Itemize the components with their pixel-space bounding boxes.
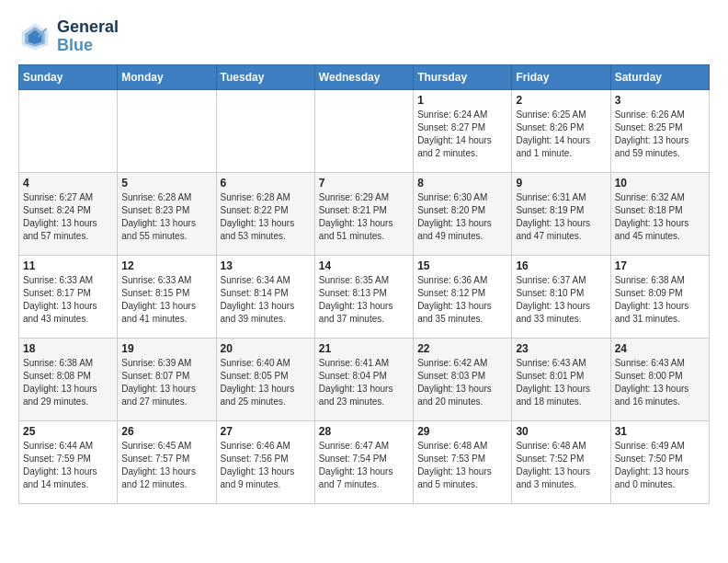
calendar-cell: 10Sunrise: 6:32 AMSunset: 8:18 PMDayligh…: [610, 172, 709, 255]
calendar-cell: 4Sunrise: 6:27 AMSunset: 8:24 PMDaylight…: [19, 172, 118, 255]
day-detail: Sunrise: 6:28 AMSunset: 8:23 PMDaylight:…: [121, 191, 211, 243]
day-number: 17: [615, 259, 705, 272]
day-number: 11: [23, 259, 113, 272]
day-detail: Sunrise: 6:38 AMSunset: 8:09 PMDaylight:…: [615, 274, 705, 326]
calendar-cell: 29Sunrise: 6:48 AMSunset: 7:53 PMDayligh…: [414, 420, 512, 503]
day-detail: Sunrise: 6:30 AMSunset: 8:20 PMDaylight:…: [417, 191, 507, 243]
calendar-cell: 25Sunrise: 6:44 AMSunset: 7:59 PMDayligh…: [19, 420, 118, 503]
day-number: 28: [319, 425, 409, 438]
calendar-cell: 5Sunrise: 6:28 AMSunset: 8:23 PMDaylight…: [118, 172, 216, 255]
day-detail: Sunrise: 6:34 AMSunset: 8:14 PMDaylight:…: [221, 274, 311, 326]
calendar-cell: 13Sunrise: 6:34 AMSunset: 8:14 PMDayligh…: [216, 255, 314, 338]
calendar-cell: 3Sunrise: 6:26 AMSunset: 8:25 PMDaylight…: [610, 89, 709, 172]
day-detail: Sunrise: 6:42 AMSunset: 8:03 PMDaylight:…: [417, 357, 507, 408]
calendar-cell: 12Sunrise: 6:33 AMSunset: 8:15 PMDayligh…: [118, 255, 216, 338]
day-number: 9: [516, 177, 606, 190]
weekday-header: Thursday: [414, 64, 512, 89]
day-detail: Sunrise: 6:29 AMSunset: 8:21 PMDaylight:…: [319, 191, 409, 243]
calendar-cell: 23Sunrise: 6:43 AMSunset: 8:01 PMDayligh…: [512, 338, 610, 420]
weekday-header: Saturday: [610, 64, 709, 89]
day-detail: Sunrise: 6:35 AMSunset: 8:13 PMDaylight:…: [319, 274, 409, 326]
day-number: 2: [516, 94, 606, 107]
calendar-cell: 22Sunrise: 6:42 AMSunset: 8:03 PMDayligh…: [414, 338, 512, 420]
day-detail: Sunrise: 6:49 AMSunset: 7:50 PMDaylight:…: [615, 440, 705, 491]
day-number: 5: [121, 177, 211, 190]
day-number: 18: [23, 342, 113, 355]
calendar-cell: 17Sunrise: 6:38 AMSunset: 8:09 PMDayligh…: [610, 255, 709, 338]
calendar-cell: 14Sunrise: 6:35 AMSunset: 8:13 PMDayligh…: [314, 255, 413, 338]
calendar-cell: 26Sunrise: 6:45 AMSunset: 7:57 PMDayligh…: [118, 420, 216, 503]
day-detail: Sunrise: 6:39 AMSunset: 8:07 PMDaylight:…: [121, 357, 211, 408]
day-number: 14: [319, 259, 409, 272]
day-detail: Sunrise: 6:48 AMSunset: 7:52 PMDaylight:…: [516, 440, 606, 491]
calendar-cell: 24Sunrise: 6:43 AMSunset: 8:00 PMDayligh…: [610, 338, 709, 420]
day-detail: Sunrise: 6:45 AMSunset: 7:57 PMDaylight:…: [121, 440, 211, 491]
day-number: 27: [221, 425, 311, 438]
calendar-cell: 21Sunrise: 6:41 AMSunset: 8:04 PMDayligh…: [314, 338, 413, 420]
weekday-header: Wednesday: [314, 64, 413, 89]
day-number: 24: [615, 342, 705, 355]
calendar-cell: [118, 89, 216, 172]
day-detail: Sunrise: 6:41 AMSunset: 8:04 PMDaylight:…: [319, 357, 409, 408]
day-number: 26: [121, 425, 211, 438]
calendar-cell: 27Sunrise: 6:46 AMSunset: 7:56 PMDayligh…: [216, 420, 314, 503]
day-detail: Sunrise: 6:43 AMSunset: 8:01 PMDaylight:…: [516, 357, 606, 408]
calendar-cell: 2Sunrise: 6:25 AMSunset: 8:26 PMDaylight…: [512, 89, 610, 172]
calendar-cell: 19Sunrise: 6:39 AMSunset: 8:07 PMDayligh…: [118, 338, 216, 420]
day-detail: Sunrise: 6:40 AMSunset: 8:05 PMDaylight:…: [221, 357, 311, 408]
day-number: 29: [417, 425, 507, 438]
day-number: 31: [615, 425, 705, 438]
weekday-header: Monday: [118, 64, 216, 89]
logo: General Blue: [18, 18, 119, 55]
day-detail: Sunrise: 6:28 AMSunset: 8:22 PMDaylight:…: [221, 191, 311, 243]
day-detail: Sunrise: 6:47 AMSunset: 7:54 PMDaylight:…: [319, 440, 409, 491]
day-number: 10: [615, 177, 705, 190]
day-number: 4: [23, 177, 113, 190]
logo-text: General Blue: [57, 18, 119, 55]
day-detail: Sunrise: 6:38 AMSunset: 8:08 PMDaylight:…: [23, 357, 113, 408]
calendar-cell: [216, 89, 314, 172]
day-number: 8: [417, 177, 507, 190]
day-detail: Sunrise: 6:32 AMSunset: 8:18 PMDaylight:…: [615, 191, 705, 243]
day-detail: Sunrise: 6:33 AMSunset: 8:15 PMDaylight:…: [121, 274, 211, 326]
page-header: General Blue: [18, 18, 710, 55]
calendar-cell: 8Sunrise: 6:30 AMSunset: 8:20 PMDaylight…: [414, 172, 512, 255]
calendar-cell: 31Sunrise: 6:49 AMSunset: 7:50 PMDayligh…: [610, 420, 709, 503]
calendar-cell: 9Sunrise: 6:31 AMSunset: 8:19 PMDaylight…: [512, 172, 610, 255]
day-number: 12: [121, 259, 211, 272]
day-detail: Sunrise: 6:31 AMSunset: 8:19 PMDaylight:…: [516, 191, 606, 243]
day-detail: Sunrise: 6:46 AMSunset: 7:56 PMDaylight:…: [221, 440, 311, 491]
calendar-cell: 7Sunrise: 6:29 AMSunset: 8:21 PMDaylight…: [314, 172, 413, 255]
calendar-cell: 11Sunrise: 6:33 AMSunset: 8:17 PMDayligh…: [19, 255, 118, 338]
day-number: 15: [417, 259, 507, 272]
calendar-cell: 18Sunrise: 6:38 AMSunset: 8:08 PMDayligh…: [19, 338, 118, 420]
day-number: 20: [221, 342, 311, 355]
day-detail: Sunrise: 6:33 AMSunset: 8:17 PMDaylight:…: [23, 274, 113, 326]
day-number: 16: [516, 259, 606, 272]
calendar-cell: 15Sunrise: 6:36 AMSunset: 8:12 PMDayligh…: [414, 255, 512, 338]
day-detail: Sunrise: 6:44 AMSunset: 7:59 PMDaylight:…: [23, 440, 113, 491]
weekday-header: Friday: [512, 64, 610, 89]
weekday-header: Tuesday: [216, 64, 314, 89]
day-number: 13: [221, 259, 311, 272]
weekday-header: Sunday: [19, 64, 118, 89]
day-number: 25: [23, 425, 113, 438]
day-number: 21: [319, 342, 409, 355]
calendar-cell: 6Sunrise: 6:28 AMSunset: 8:22 PMDaylight…: [216, 172, 314, 255]
calendar-cell: 1Sunrise: 6:24 AMSunset: 8:27 PMDaylight…: [414, 89, 512, 172]
calendar-cell: 16Sunrise: 6:37 AMSunset: 8:10 PMDayligh…: [512, 255, 610, 338]
day-detail: Sunrise: 6:36 AMSunset: 8:12 PMDaylight:…: [417, 274, 507, 326]
calendar-cell: 20Sunrise: 6:40 AMSunset: 8:05 PMDayligh…: [216, 338, 314, 420]
day-number: 22: [417, 342, 507, 355]
day-detail: Sunrise: 6:24 AMSunset: 8:27 PMDaylight:…: [417, 109, 507, 160]
calendar-table: SundayMondayTuesdayWednesdayThursdayFrid…: [18, 64, 710, 504]
day-number: 30: [516, 425, 606, 438]
day-detail: Sunrise: 6:27 AMSunset: 8:24 PMDaylight:…: [23, 191, 113, 243]
logo-icon: [18, 20, 51, 53]
day-detail: Sunrise: 6:37 AMSunset: 8:10 PMDaylight:…: [516, 274, 606, 326]
day-detail: Sunrise: 6:43 AMSunset: 8:00 PMDaylight:…: [615, 357, 705, 408]
calendar-cell: 30Sunrise: 6:48 AMSunset: 7:52 PMDayligh…: [512, 420, 610, 503]
day-number: 19: [121, 342, 211, 355]
day-number: 1: [417, 94, 507, 107]
day-detail: Sunrise: 6:26 AMSunset: 8:25 PMDaylight:…: [615, 109, 705, 160]
